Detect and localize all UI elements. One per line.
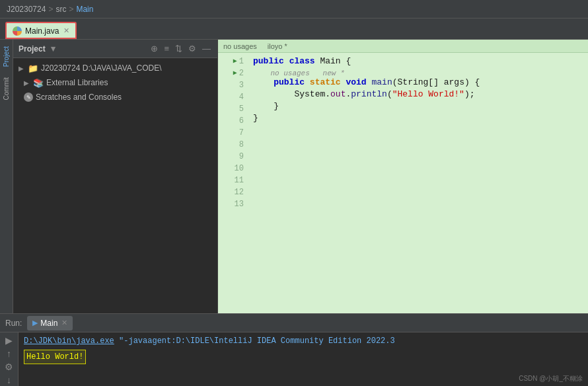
run-play-button[interactable]: ▶ xyxy=(3,335,16,346)
editor-info-bar: no usages iloyo * xyxy=(218,40,588,53)
line-num-1: ▶1 xyxy=(218,56,244,67)
bottom-tab-bar: Run: ▶ Main ✕ xyxy=(0,314,588,332)
bottom-tab-main[interactable]: ▶ Main ✕ xyxy=(27,316,73,330)
info-user: iloyo * xyxy=(268,42,287,50)
tree-label-scratches: Scratches and Consoles xyxy=(36,93,122,102)
code-line-10 xyxy=(253,172,583,184)
panel-close-icon[interactable]: — xyxy=(201,43,212,54)
run-settings-button[interactable]: ⚙ xyxy=(3,362,16,372)
run-down-button[interactable]: ↓ xyxy=(3,375,16,385)
sidebar-label-commit[interactable]: Commit xyxy=(1,73,11,104)
panel-header-left: Project ▾ xyxy=(18,43,57,54)
tree-item-project-root[interactable]: ▶ 📁 J20230724 D:\JAVA\JAVA_CODE\ xyxy=(13,61,217,75)
code-line-9 xyxy=(253,160,583,172)
line-num-6: 6 xyxy=(218,115,244,127)
tree-label-project-root: J20230724 D:\JAVA\JAVA_CODE\ xyxy=(41,63,162,73)
code-line-4: } xyxy=(253,100,583,112)
panel-title: Project xyxy=(18,44,46,54)
output-java-exe[interactable]: D:\JDK\bin\java.exe xyxy=(24,336,114,346)
line-num-8: 8 xyxy=(218,139,244,151)
tree-item-scratches[interactable]: ✎ Scratches and Consoles xyxy=(13,90,217,104)
run-output: D:\JDK\bin\java.exe "-javaagent:D:\IDLE\… xyxy=(18,332,588,386)
tab-close-button[interactable]: ✕ xyxy=(63,26,69,35)
output-command-line: D:\JDK\bin\java.exe "-javaagent:D:\IDLE\… xyxy=(24,335,583,347)
panel-collapse-all-icon[interactable]: ≡ xyxy=(163,43,170,54)
main-area: Project Commit Project ▾ ⊕ ≡ ⇅ ⚙ — ▶ 📁 J… xyxy=(0,40,588,313)
line-num-2: ▶2 xyxy=(218,67,244,79)
code-line-5: } xyxy=(253,112,583,124)
run-arrow-1: ▶ xyxy=(233,56,237,67)
run-arrow-2: ▶ xyxy=(233,67,237,79)
code-line-8 xyxy=(253,148,583,160)
bottom-tab-main-icon: ▶ xyxy=(32,319,38,327)
code-line-7 xyxy=(253,136,583,148)
project-tree: ▶ 📁 J20230724 D:\JAVA\JAVA_CODE\ ▶ 📚 Ext… xyxy=(13,58,217,313)
line-numbers: ▶1 ▶2 3 4 5 6 7 8 9 10 11 12 13 xyxy=(218,53,248,313)
line-num-10: 10 xyxy=(218,163,244,174)
library-icon: 📚 xyxy=(33,78,44,88)
code-line-6 xyxy=(253,124,583,136)
output-hello-world: Hello World! xyxy=(24,350,86,364)
line-num-3: 3 xyxy=(218,79,244,91)
panel-scope-icon[interactable]: ⊕ xyxy=(149,43,159,54)
output-command-args: "-javaagent:D:\IDLE\IntelliJ IDEA Commun… xyxy=(119,336,395,346)
chevron-project-root: ▶ xyxy=(18,65,24,72)
tab-java-icon xyxy=(13,26,22,36)
bottom-panel: Run: ▶ Main ✕ ▶ ↑ ⚙ ↓ D:\JDK\bin\java.ex… xyxy=(0,313,588,386)
line-num-4: 4 xyxy=(218,91,244,103)
tree-label-external-libraries: External Libraries xyxy=(46,78,108,87)
panel-dropdown-icon[interactable]: ▾ xyxy=(50,43,57,54)
tab-label: Main.java xyxy=(25,26,59,36)
code-area: ▶1 ▶2 3 4 5 6 7 8 9 10 11 12 13 public c… xyxy=(218,53,588,313)
line-num-13: 13 xyxy=(218,198,244,210)
title-bar: J20230724 > src > Main xyxy=(0,0,588,19)
info-no-usages: no usages xyxy=(223,42,257,50)
bottom-tab-close[interactable]: ✕ xyxy=(61,319,67,327)
bottom-tab-main-label: Main xyxy=(40,319,57,328)
panel-expand-icon[interactable]: ⇅ xyxy=(174,43,184,54)
breadcrumb-src[interactable]: src xyxy=(55,5,66,14)
watermark: CSDN @小胡_不糊涂 xyxy=(519,374,583,383)
tab-bar: Main.java ✕ xyxy=(0,19,588,40)
code-line-1: public class Main { xyxy=(253,56,583,67)
hint-no-usages: no usages new * xyxy=(253,67,583,77)
code-editor: no usages iloyo * ▶1 ▶2 3 4 5 6 7 8 9 10… xyxy=(218,40,588,313)
scratch-icon: ✎ xyxy=(24,93,33,102)
line-num-11: 11 xyxy=(218,174,244,186)
line-num-7: 7 xyxy=(218,127,244,139)
code-content[interactable]: public class Main { no usages new * publ… xyxy=(248,53,588,313)
panel-header-right: ⊕ ≡ ⇅ ⚙ — xyxy=(149,43,212,54)
tab-main-java[interactable]: Main.java ✕ xyxy=(5,22,77,39)
code-line-3: System.out.println("Hello World!"); xyxy=(253,89,583,100)
code-line-2: public static void main(String[] args) { xyxy=(253,77,583,89)
bottom-content: ▶ ↑ ⚙ ↓ D:\JDK\bin\java.exe "-javaagent:… xyxy=(0,332,588,386)
panel-header: Project ▾ ⊕ ≡ ⇅ ⚙ — xyxy=(13,40,217,58)
code-line-11 xyxy=(253,184,583,196)
sidebar-label-project[interactable]: Project xyxy=(1,42,11,71)
code-line-13 xyxy=(253,208,583,219)
line-num-5: 5 xyxy=(218,103,244,115)
line-num-9: 9 xyxy=(218,151,244,163)
breadcrumb-sep2: > xyxy=(69,5,73,14)
breadcrumb-sep1: > xyxy=(48,5,53,14)
panel-settings-icon[interactable]: ⚙ xyxy=(187,43,198,54)
code-line-12 xyxy=(253,196,583,208)
folder-icon-project-root: 📁 xyxy=(28,63,38,73)
vertical-sidebar: Project Commit xyxy=(0,40,13,313)
output-hello-wrapper: Hello World! xyxy=(24,350,583,364)
breadcrumb: J20230724 > src > Main xyxy=(7,5,93,14)
bottom-sidebar: ▶ ↑ ⚙ ↓ xyxy=(0,332,18,386)
run-up-button[interactable]: ↑ xyxy=(3,348,16,359)
project-panel: Project ▾ ⊕ ≡ ⇅ ⚙ — ▶ 📁 J20230724 D:\JAV… xyxy=(13,40,218,313)
run-label: Run: xyxy=(5,319,22,328)
chevron-external-libraries: ▶ xyxy=(24,79,29,87)
breadcrumb-main[interactable]: Main xyxy=(76,5,93,14)
line-num-12: 12 xyxy=(218,186,244,198)
breadcrumb-project[interactable]: J20230724 xyxy=(7,5,46,14)
tree-item-external-libraries[interactable]: ▶ 📚 External Libraries xyxy=(13,75,217,90)
